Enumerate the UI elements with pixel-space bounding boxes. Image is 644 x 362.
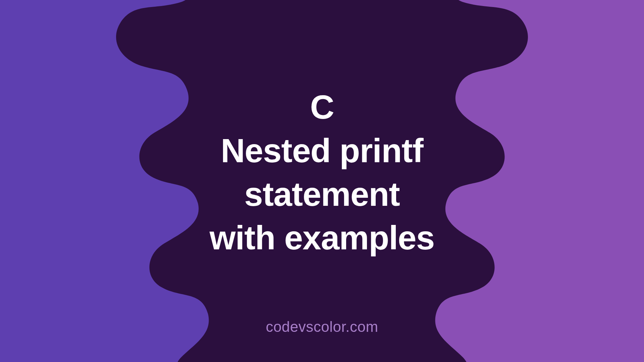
title-line-1: C [0, 85, 644, 129]
title-line-3: statement [0, 172, 644, 216]
title-block: C Nested printf statement with examples [0, 85, 644, 259]
title-line-4: with examples [0, 216, 644, 259]
title-line-2: Nested printf [0, 129, 644, 172]
site-credit: codevscolor.com [266, 318, 378, 335]
